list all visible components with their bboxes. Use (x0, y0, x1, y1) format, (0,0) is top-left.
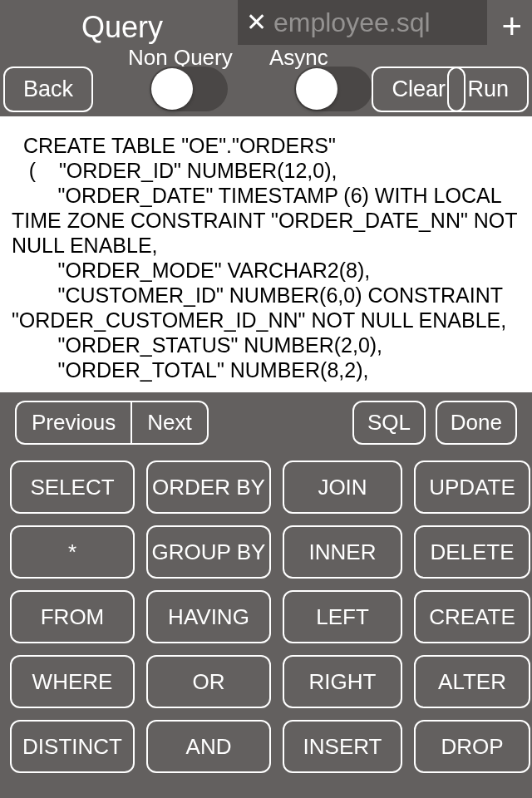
kb-select[interactable]: SELECT (10, 461, 135, 514)
kb-groupby[interactable]: GROUP BY (146, 525, 271, 579)
kb-inner[interactable]: INNER (283, 525, 402, 579)
page-title: Query (0, 0, 163, 45)
tab-filename: employee.sql (273, 7, 431, 38)
previous-button[interactable]: Previous (15, 401, 131, 445)
toggle-knob (151, 68, 193, 110)
kb-or[interactable]: OR (146, 655, 271, 708)
kb-alter[interactable]: ALTER (414, 655, 530, 708)
sql-editor[interactable]: CREATE TABLE "OE"."ORDERS" ( "ORDER_ID" … (0, 116, 532, 392)
kb-from[interactable]: FROM (10, 590, 135, 643)
kb-row: WHERE OR RIGHT ALTER (10, 655, 522, 708)
kb-update[interactable]: UPDATE (414, 461, 530, 514)
toolbar: Back Clear Run (0, 70, 532, 116)
kb-insert[interactable]: INSERT (283, 720, 402, 773)
prev-next-group: Previous Next (15, 401, 209, 445)
kb-row: SELECT ORDER BY JOIN UPDATE (10, 461, 522, 514)
run-button[interactable]: Run (447, 66, 529, 112)
next-button[interactable]: Next (131, 401, 208, 445)
kb-row: FROM HAVING LEFT CREATE (10, 590, 522, 643)
sql-button[interactable]: SQL (352, 401, 426, 445)
non-query-toggle[interactable] (150, 63, 228, 111)
kb-having[interactable]: HAVING (146, 590, 271, 643)
done-button[interactable]: Done (436, 401, 517, 445)
kb-star[interactable]: * (10, 525, 135, 579)
file-tab[interactable]: ✕ employee.sql (238, 0, 487, 45)
kb-join[interactable]: JOIN (283, 461, 402, 514)
back-button[interactable]: Back (3, 66, 93, 112)
async-toggle[interactable] (294, 63, 372, 111)
kb-drop[interactable]: DROP (414, 720, 530, 773)
plus-icon[interactable]: + (501, 7, 522, 47)
header: Query ✕ employee.sql + (0, 0, 532, 45)
kb-and[interactable]: AND (146, 720, 271, 773)
kb-delete[interactable]: DELETE (414, 525, 530, 579)
kb-orderby[interactable]: ORDER BY (146, 461, 271, 514)
kb-row: * GROUP BY INNER DELETE (10, 525, 522, 579)
toggle-knob (296, 68, 337, 110)
editor-nav-toolbar: Previous Next SQL Done (0, 392, 532, 452)
kb-left[interactable]: LEFT (283, 590, 402, 643)
kb-right[interactable]: RIGHT (283, 655, 402, 708)
kb-create[interactable]: CREATE (414, 590, 530, 643)
kb-where[interactable]: WHERE (10, 655, 135, 708)
kb-row: DISTINCT AND INSERT DROP (10, 720, 522, 773)
sql-keyword-keyboard: SELECT ORDER BY JOIN UPDATE * GROUP BY I… (0, 452, 532, 785)
close-icon[interactable]: ✕ (246, 10, 267, 35)
kb-distinct[interactable]: DISTINCT (10, 720, 135, 773)
